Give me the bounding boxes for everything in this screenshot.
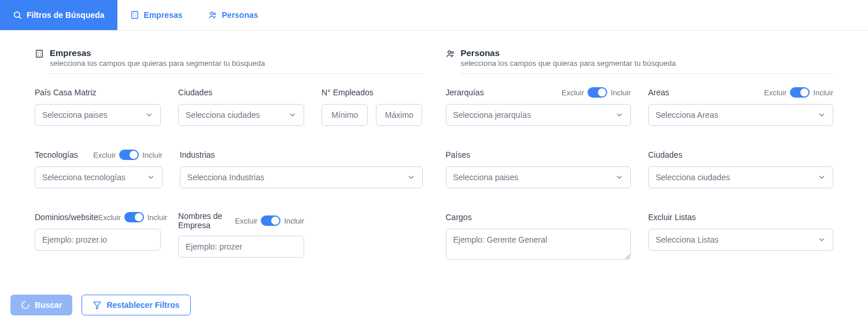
field-label: Países — [446, 150, 471, 159]
tab-personas[interactable]: Personas — [195, 0, 271, 30]
section-title: Personas — [461, 48, 676, 58]
field-dominios: Dominios/website Excluir Incluir — [35, 211, 161, 258]
select-placeholder: Selecciona paises — [42, 110, 108, 120]
toggle-switch[interactable] — [790, 87, 810, 98]
section-header-personas: Personas selecciona los campos que quier… — [446, 48, 834, 68]
toggle-jerarquias[interactable]: Excluir Incluir — [562, 87, 631, 98]
field-label: Excluir Listas — [648, 213, 696, 222]
restablecer-button[interactable]: Restablecer Filtros — [82, 295, 190, 315]
field-label: Dominios/website — [35, 213, 98, 222]
select-ciudades-personas[interactable]: Selecciona ciudades — [648, 166, 833, 188]
field-label: Ciudades — [648, 150, 682, 159]
button-label: Buscar — [35, 300, 62, 310]
users-icon — [208, 10, 217, 20]
tab-label: Personas — [222, 10, 258, 20]
svg-point-18 — [448, 51, 450, 54]
chevron-down-icon — [147, 173, 155, 181]
select-jerarquias[interactable]: Selecciona jerarquías — [446, 104, 631, 126]
chevron-down-icon — [289, 111, 297, 119]
toggle-switch[interactable] — [124, 212, 144, 222]
chevron-down-icon — [145, 111, 153, 119]
divider — [461, 73, 834, 74]
input-maximo[interactable] — [376, 104, 422, 126]
select-listas[interactable]: Selecciona Listas — [648, 229, 833, 251]
toggle-label-excluir: Excluir — [764, 88, 786, 97]
input-dominios[interactable] — [35, 229, 161, 251]
field-cargos: Cargos — [446, 211, 631, 260]
field-tecnologias: Tecnologías Excluir Incluir Selecciona t… — [35, 149, 162, 188]
field-areas: Areas Excluir Incluir Selecciona Areas — [648, 87, 833, 126]
select-placeholder: Selecciona ciudades — [656, 173, 730, 182]
svg-line-1 — [19, 17, 21, 18]
section-subtitle: selecciona los campos que quieras para s… — [50, 59, 265, 68]
field-label: País Casa Matriz — [35, 88, 97, 97]
field-industrias: Industrias Selecciona Industrias — [180, 149, 423, 188]
field-label: Tecnologías — [35, 150, 78, 159]
toggle-tecnologias[interactable]: Excluir Incluir — [93, 150, 162, 160]
toggle-switch[interactable] — [119, 150, 139, 160]
toggle-areas[interactable]: Excluir Incluir — [764, 87, 833, 98]
field-n-empleados: N° Empleados — [322, 87, 422, 126]
select-areas[interactable]: Selecciona Areas — [648, 104, 833, 126]
chevron-down-icon — [407, 173, 415, 181]
select-paises-personas[interactable]: Selecciona paises — [446, 166, 631, 188]
toggle-switch[interactable] — [261, 215, 280, 226]
select-ciudades[interactable]: Selecciona ciudades — [178, 104, 304, 126]
svg-point-19 — [451, 51, 453, 53]
select-paises[interactable]: Selecciona paises — [35, 104, 161, 126]
toggle-label-incluir: Incluir — [142, 151, 162, 159]
toggle-label-incluir: Incluir — [611, 88, 631, 97]
select-placeholder: Selecciona tecnologías — [42, 173, 125, 182]
toggle-switch[interactable] — [588, 87, 607, 98]
field-label: Cargos — [446, 213, 472, 222]
select-industrias[interactable]: Selecciona Industrias — [180, 166, 423, 188]
personas-column: Personas selecciona los campos que quier… — [446, 48, 834, 260]
toggle-label-excluir: Excluir — [562, 88, 584, 97]
footer: Buscar Restablecer Filtros — [0, 272, 868, 327]
select-placeholder: Selecciona Areas — [656, 110, 718, 120]
tab-empresas[interactable]: Empresas — [117, 0, 195, 30]
section-subtitle: selecciona los campos que quieras para s… — [461, 59, 676, 68]
toggle-nombres-empresa[interactable]: Excluir Incluir — [235, 215, 304, 226]
svg-rect-2 — [131, 12, 138, 18]
tab-filtros[interactable]: Filtros de Búsqueda — [0, 0, 117, 30]
select-placeholder: Selecciona Listas — [656, 235, 719, 244]
field-label: Industrias — [180, 150, 215, 159]
chevron-down-icon — [615, 111, 623, 119]
field-jerarquias: Jerarquías Excluir Incluir Selecciona je… — [446, 87, 631, 126]
building-icon — [35, 49, 44, 58]
tab-bar: Filtros de Búsqueda Empresas Personas — [0, 0, 868, 31]
field-label: N° Empleados — [322, 88, 374, 97]
field-excluir-listas: Excluir Listas Selecciona Listas — [648, 211, 833, 260]
input-minimo[interactable] — [322, 104, 368, 126]
chevron-down-icon — [615, 173, 623, 181]
field-label: Ciudades — [178, 88, 212, 97]
toggle-label-excluir: Excluir — [93, 151, 116, 159]
select-placeholder: Selecciona jerarquías — [453, 110, 531, 120]
toggle-dominios[interactable]: Excluir Incluir — [98, 212, 168, 222]
svg-marker-20 — [94, 302, 101, 309]
buscar-button[interactable]: Buscar — [10, 295, 72, 315]
select-placeholder: Selecciona ciudades — [186, 110, 260, 120]
chevron-down-icon — [818, 173, 826, 181]
toggle-label-incluir: Incluir — [284, 217, 304, 225]
textarea-cargos[interactable] — [446, 229, 631, 260]
tab-label: Empresas — [144, 10, 183, 20]
users-icon — [446, 49, 455, 58]
search-icon — [13, 10, 22, 20]
select-tecnologias[interactable]: Selecciona tecnologías — [35, 166, 162, 188]
toggle-label-excluir: Excluir — [98, 213, 121, 222]
field-nombres-empresa: Nombres de Empresa Excluir Incluir — [178, 211, 304, 258]
filter-icon — [93, 300, 102, 310]
svg-point-9 — [210, 12, 213, 15]
svg-point-10 — [213, 13, 215, 14]
chevron-down-icon — [818, 236, 826, 244]
toggle-label-incluir: Incluir — [813, 88, 833, 97]
section-header-empresas: Empresas selecciona los campos que quier… — [35, 48, 423, 68]
field-pais-casa-matriz: País Casa Matriz Selecciona paises — [35, 87, 161, 126]
toggle-label-incluir: Incluir — [147, 213, 168, 222]
field-label: Areas — [648, 88, 670, 97]
input-nombres-empresa[interactable] — [178, 236, 304, 258]
svg-rect-11 — [36, 50, 43, 57]
field-paises-personas: Países Selecciona paises — [446, 149, 631, 188]
